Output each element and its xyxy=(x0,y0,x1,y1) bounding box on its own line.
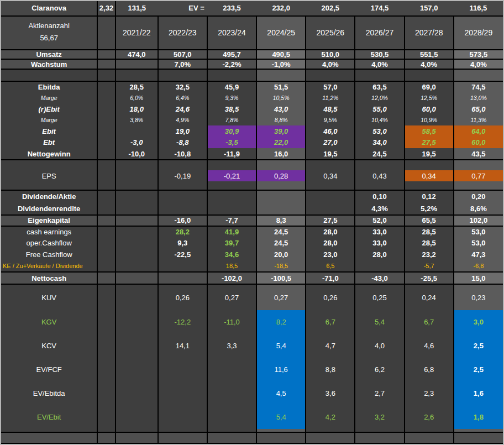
cell-umsatz-2021-22[interactable]: 474,0 xyxy=(116,50,158,59)
cell-rebit-marge-2024-25[interactable]: 8,8% xyxy=(256,115,306,125)
cell-ebt-2023-24[interactable]: -3,5 xyxy=(207,137,256,148)
cell-ev-ebitda-2024-25[interactable]: 4,5 xyxy=(256,381,306,405)
cell-ebitda-2022-23[interactable]: 32,5 xyxy=(158,81,207,92)
cell-ev-ebit-2024-25[interactable]: 5,4 xyxy=(256,405,306,429)
cell-eps-2026-27[interactable]: 0,43 xyxy=(355,170,404,181)
cell-ev-fcf-2028-29[interactable]: 2,5 xyxy=(454,358,503,381)
cell-kcv-2024-25[interactable]: 5,4 xyxy=(256,334,306,358)
cell-cash-earnings-2028-29[interactable]: 53,0 xyxy=(454,226,503,237)
cell-rebit-2022-23[interactable]: 24,6 xyxy=(158,103,207,114)
cell-nettocash-2026-27[interactable]: -43,0 xyxy=(355,272,404,285)
cell-kuv-2024-25[interactable]: 0,27 xyxy=(256,284,306,310)
cell-ebitda-2026-27[interactable]: 63,5 xyxy=(355,81,404,92)
cell-wachstum-2028-29[interactable]: 4,0% xyxy=(454,59,503,69)
cell-ev-ebit-2027-28[interactable]: 2,6 xyxy=(405,405,454,429)
cell-ev-ebitda-2025-26[interactable]: 3,6 xyxy=(306,381,355,405)
row-label-cash-earnings[interactable]: cash earnings xyxy=(1,226,97,237)
cell-ke-zu-verkaeufe-dividende-2023-24[interactable]: 18,5 xyxy=(207,260,256,271)
cell-years-2021-22[interactable]: 2021/22 xyxy=(116,16,158,50)
cell-ebitda-2025-26[interactable]: 57,0 xyxy=(306,81,355,92)
cell-umsatz-2026-27[interactable]: 530,5 xyxy=(355,50,404,59)
cell-cash-earnings-2026-27[interactable]: 33,0 xyxy=(355,226,404,237)
cell-rebit-2028-29[interactable]: 65,0 xyxy=(454,103,503,114)
cell-ebit-2023-24[interactable]: 30,9 xyxy=(207,125,256,137)
cell-rebit-2026-27[interactable]: 55,0 xyxy=(355,103,404,114)
row-label-top[interactable]: Claranova xyxy=(1,1,97,16)
cell-kuv-2027-28[interactable]: 0,24 xyxy=(405,284,454,310)
cell-wachstum-2025-26[interactable]: 4,0% xyxy=(306,59,355,69)
cell-dividende-aktie-2027-28[interactable]: 0,12 xyxy=(405,190,454,203)
cell-years-2028-29[interactable]: 2028/29 xyxy=(454,16,503,50)
cell-nettogewinn-2028-29[interactable]: 43,5 xyxy=(454,148,503,160)
cell-rebit-2024-25[interactable]: 43,0 xyxy=(256,103,306,114)
cell-umsatz-2028-29[interactable]: 573,5 xyxy=(454,50,503,59)
cell-free-cashflow-2026-27[interactable]: 28,0 xyxy=(355,249,404,260)
cell-cash-earnings-2023-24[interactable]: 41,9 xyxy=(207,226,256,237)
cell-nettogewinn-2025-26[interactable]: 19,5 xyxy=(306,148,355,160)
cell-rebit-2023-24[interactable]: 38,5 xyxy=(207,103,256,114)
cell-years-2023-24[interactable]: 2023/24 xyxy=(207,16,256,50)
cell-years-2025-26[interactable]: 2025/26 xyxy=(306,16,355,50)
cell-eigenkapital-2027-28[interactable]: 65,5 xyxy=(405,215,454,226)
cell-ev-ebitda-2028-29[interactable]: 1,6 xyxy=(454,381,503,405)
row-label-ebit[interactable]: Ebit xyxy=(1,125,97,137)
cell-oper-cashflow-2025-26[interactable]: 28,0 xyxy=(306,237,355,248)
cell-nettocash-2028-29[interactable]: 15,0 xyxy=(454,272,503,285)
cell-eigenkapital-2024-25[interactable]: 8,3 xyxy=(256,215,306,226)
cell-kcv-2023-24[interactable]: 3,3 xyxy=(207,334,256,358)
cell-free-cashflow-2024-25[interactable]: 20,0 xyxy=(256,249,306,260)
cell-kuv-2022-23[interactable]: 0,26 xyxy=(158,284,207,310)
cell-kuv-2026-27[interactable]: 0,25 xyxy=(355,284,404,310)
cell-dividendenrendite-2028-29[interactable]: 8,6% xyxy=(454,203,503,214)
cell-rebit-2025-26[interactable]: 48,5 xyxy=(306,103,355,114)
cell-top-2026-27[interactable]: 174,5 xyxy=(355,1,404,16)
cell-ke-zu-verkaeufe-dividende-2027-28[interactable]: -5,7 xyxy=(405,260,454,271)
cell-cash-earnings-2025-26[interactable]: 28,0 xyxy=(306,226,355,237)
cell-oper-cashflow-2024-25[interactable]: 24,5 xyxy=(256,237,306,248)
cell-nettogewinn-2023-24[interactable]: -11,9 xyxy=(207,148,256,160)
cell-rebit-marge-2021-22[interactable]: 3,8% xyxy=(116,115,158,125)
cell-rebit-marge-2028-29[interactable]: 11,3% xyxy=(454,115,503,125)
cell-ebitda-marge-2026-27[interactable]: 12,0% xyxy=(355,93,404,103)
cell-nettogewinn-2024-25[interactable]: 16,0 xyxy=(256,148,306,160)
cell-oper-cashflow-2028-29[interactable]: 53,0 xyxy=(454,237,503,248)
cell-eigenkapital-2022-23[interactable]: -16,0 xyxy=(158,215,207,226)
cell-eps-2027-28[interactable]: 0,34 xyxy=(405,170,454,181)
row-label-free-cashflow[interactable]: Free Cashflow xyxy=(1,249,97,260)
cell-ebitda-2023-24[interactable]: 45,9 xyxy=(207,81,256,92)
row-label-kgv[interactable]: KGV xyxy=(1,310,97,334)
row-label-ev-ebit[interactable]: EV/Ebit xyxy=(1,405,97,429)
cell-kgv-2025-26[interactable]: 6,7 xyxy=(306,310,355,334)
cell-nettocash-2025-26[interactable]: -71,0 xyxy=(306,272,355,285)
cell-kcv-2022-23[interactable]: 14,1 xyxy=(158,334,207,358)
cell-eps-2028-29[interactable]: 0,77 xyxy=(454,170,503,181)
cell-ebt-2021-22[interactable]: -3,0 xyxy=(116,137,158,148)
cell-kcv-2028-29[interactable]: 2,5 xyxy=(454,334,503,358)
cell-ebitda-2021-22[interactable]: 28,5 xyxy=(116,81,158,92)
cell-years-2022-23[interactable]: 2022/23 xyxy=(158,16,207,50)
cell-top-2025-26[interactable]: 202,5 xyxy=(306,1,355,16)
cell-wachstum-2026-27[interactable]: 4,0% xyxy=(355,59,404,69)
row-label-nettogewinn[interactable]: Nettogewinn xyxy=(1,148,97,160)
row-label-ev-ebitda[interactable]: EV/Ebitda xyxy=(1,381,97,405)
cell-eigenkapital-2025-26[interactable]: 27,5 xyxy=(306,215,355,226)
cell-ebitda-marge-2023-24[interactable]: 9,3% xyxy=(207,93,256,103)
cell-ke-zu-verkaeufe-dividende-2025-26[interactable]: 6,5 xyxy=(306,260,355,271)
cell-top-2021-22[interactable]: 131,5 xyxy=(116,1,158,16)
cell-ebitda-marge-2028-29[interactable]: 13,0% xyxy=(454,93,503,103)
cell-kgv-2026-27[interactable]: 5,4 xyxy=(355,310,404,334)
cell-nettocash-2027-28[interactable]: -25,5 xyxy=(405,272,454,285)
cell-dividendenrendite-2027-28[interactable]: 5,2% xyxy=(405,203,454,214)
cell-ev-fcf-2025-26[interactable]: 8,8 xyxy=(306,358,355,381)
cell-cash-earnings-2027-28[interactable]: 28,5 xyxy=(405,226,454,237)
cell-free-cashflow-2027-28[interactable]: 23,2 xyxy=(405,249,454,260)
cell-eps-2023-24[interactable]: -0,21 xyxy=(207,170,256,181)
cell-oper-cashflow-2022-23[interactable]: 9,3 xyxy=(158,237,207,248)
cell-ev-ebit-2028-29[interactable]: 1,8 xyxy=(454,405,503,429)
cell-oper-cashflow-2023-24[interactable]: 39,7 xyxy=(207,237,256,248)
cell-ebitda-marge-2022-23[interactable]: 6,4% xyxy=(158,93,207,103)
cell-ebt-2022-23[interactable]: -8,8 xyxy=(158,137,207,148)
cell-oper-cashflow-2027-28[interactable]: 28,5 xyxy=(405,237,454,248)
cell-nettogewinn-2021-22[interactable]: -10,0 xyxy=(116,148,158,160)
row-label-years[interactable]: Aktienanzahl56,67 xyxy=(1,16,97,50)
